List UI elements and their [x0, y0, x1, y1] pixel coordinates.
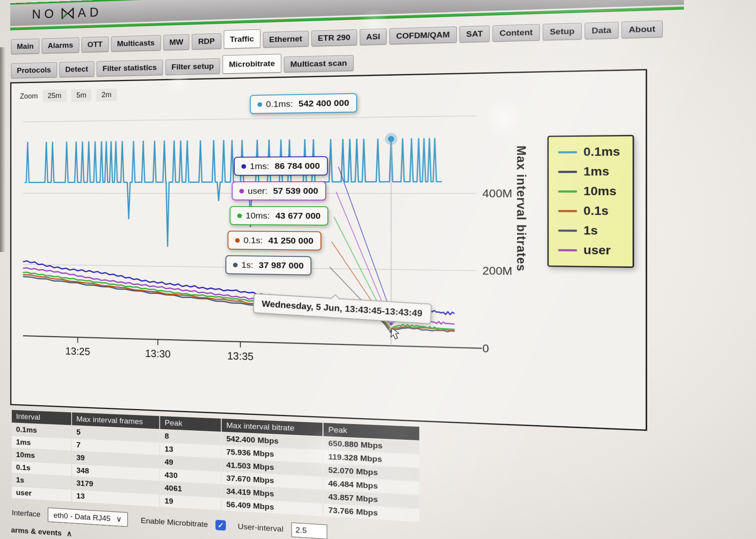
interval-stats-table: IntervalMax interval framesPeakMax inter… — [11, 409, 420, 523]
legend-label: 0.1ms — [584, 145, 620, 159]
tooltip-value: 86 784 000 — [275, 161, 320, 171]
tooltip-user: user:57 539 000 — [232, 181, 326, 200]
enable-microbitrate-label: Enable Microbitrate — [141, 516, 208, 529]
tab-mw[interactable]: MW — [163, 34, 190, 50]
logo-text-left: NO — [32, 7, 57, 22]
series-dot-icon — [237, 213, 242, 218]
tooltip-value: 542 400 000 — [298, 98, 349, 109]
legend-swatch-10ms — [558, 191, 577, 193]
legend-item-1s[interactable]: 1s — [558, 224, 620, 238]
tab-multicasts[interactable]: Multicasts — [111, 35, 161, 52]
tab-about[interactable]: About — [621, 20, 663, 38]
series-dot-icon — [258, 102, 262, 107]
table-cell: 1ms — [12, 436, 71, 450]
tab-main[interactable]: Main — [11, 39, 39, 54]
tab-data[interactable]: Data — [584, 22, 618, 39]
table-col-interval: Interval — [12, 410, 71, 425]
table-cell: 19 — [160, 495, 221, 510]
subtab-detect[interactable]: Detect — [59, 61, 94, 78]
legend-label: user — [584, 244, 611, 257]
interface-select[interactable]: eth0 - Data RJ45 ∨ — [48, 508, 128, 527]
x-tick-label: 13:35 — [227, 350, 254, 362]
interface-label: Interface — [12, 508, 41, 519]
tooltip-series-label: 10ms: — [246, 211, 270, 220]
tooltip-series-label: 1ms: — [250, 161, 269, 171]
table-cell: 0.1ms — [12, 423, 71, 438]
subtab-filter-setup[interactable]: Filter setup — [165, 58, 220, 75]
user-interval-input[interactable] — [291, 522, 327, 539]
legend-swatch-0-1s — [558, 210, 577, 212]
x-axis-line — [23, 336, 482, 348]
tab-rdp[interactable]: RDP — [192, 33, 221, 49]
y-tick-label: 200M — [482, 265, 512, 277]
zoom-button-2m[interactable]: 2m — [96, 89, 117, 102]
legend-label: 1ms — [584, 165, 610, 179]
chevron-down-icon: ∨ — [116, 514, 122, 524]
tooltip-series-label: user: — [248, 186, 267, 196]
table-cell: 10ms — [12, 448, 71, 463]
tooltip-value: 41 250 000 — [268, 235, 313, 246]
legend-item-1ms[interactable]: 1ms — [558, 165, 620, 179]
legend-label: 1s — [584, 224, 598, 238]
tooltip-value: 37 987 000 — [259, 260, 304, 271]
legend-swatch-user — [558, 249, 577, 252]
photo-of-screen: NO AD MainAlarmsOTTMulticastsMWRDPTraffi… — [0, 0, 756, 539]
series-dot-icon — [241, 164, 246, 169]
tab-etr-290[interactable]: ETR 290 — [311, 29, 357, 46]
legend-item-user[interactable]: user — [558, 243, 620, 257]
tab-sat[interactable]: SAT — [459, 26, 489, 43]
photo-edge-shadow — [0, 47, 6, 252]
tab-setup[interactable]: Setup — [543, 23, 582, 41]
zoom-label: Zoom — [20, 92, 38, 101]
tooltip-series-label: 0.1ms: — [266, 99, 293, 109]
tooltip-series-label: 1s: — [241, 260, 253, 270]
bowtie-logo-icon — [61, 7, 74, 19]
tab-asi[interactable]: ASI — [359, 28, 387, 45]
tab-alarms[interactable]: Alarms — [42, 37, 79, 54]
tooltip-value: 43 677 000 — [275, 211, 321, 221]
alarms-events-label: arms & events — [11, 526, 62, 537]
collapse-caret-icon[interactable]: ∧ — [67, 529, 72, 538]
y-tick-label: 400M — [482, 187, 512, 199]
logo-text-right: AD — [78, 5, 102, 20]
subtab-filter-statistics[interactable]: Filter statistics — [96, 60, 163, 77]
tooltip-0-1s: 0.1s:41 250 000 — [228, 231, 321, 250]
table-cell: user — [12, 486, 71, 502]
brand-logo: NO AD — [32, 5, 102, 22]
tab-ott[interactable]: OTT — [82, 37, 109, 53]
table-cell: 13 — [160, 443, 221, 458]
zoom-button-25m[interactable]: 25m — [43, 89, 67, 102]
series-dot-icon — [235, 238, 240, 243]
enable-microbitrate-checkbox[interactable]: ✓ — [215, 520, 226, 531]
tab-cofdm-qam[interactable]: COFDM/QAM — [389, 26, 456, 44]
series-dot-icon — [239, 189, 244, 193]
legend-item-0-1s[interactable]: 0.1s — [558, 204, 620, 218]
legend-item-10ms[interactable]: 10ms — [558, 185, 620, 198]
x-tick-label: 13:25 — [65, 346, 90, 357]
subtab-multicast-scan[interactable]: Multicast scan — [284, 55, 354, 72]
subtab-microbitrate[interactable]: Microbitrate — [222, 54, 281, 74]
y-axis-title: Max interval bitrates — [514, 145, 529, 272]
chart-zoom-controls: Zoom 25m5m2m — [20, 89, 117, 103]
x-tick-label: 13:30 — [145, 348, 170, 360]
table-col-peak: Peak — [160, 416, 221, 432]
legend-item-0-1ms[interactable]: 0.1ms — [558, 145, 620, 159]
y-tick-label: 0 — [482, 342, 489, 354]
tab-traffic[interactable]: Traffic — [224, 29, 260, 49]
interface-selected-value: eth0 - Data RJ45 — [54, 511, 111, 523]
checkmark-icon: ✓ — [218, 520, 224, 530]
gridline-top — [23, 116, 476, 122]
chart-legend: 0.1ms1ms10ms0.1s1suser — [548, 135, 634, 268]
tooltip-10ms: 10ms:43 677 000 — [230, 206, 328, 225]
zoom-button-5m[interactable]: 5m — [71, 89, 91, 102]
tab-ethernet[interactable]: Ethernet — [263, 31, 308, 48]
tab-content[interactable]: Content — [493, 24, 540, 42]
legend-swatch-0-1ms — [558, 151, 577, 154]
tooltip-0-1ms: 0.1ms:542 400 000 — [250, 93, 357, 114]
hover-point — [389, 322, 393, 326]
table-cell: 8 — [160, 430, 221, 445]
legend-swatch-1s — [558, 230, 577, 232]
tooltip-series-label: 0.1s: — [244, 235, 263, 246]
legend-swatch-1ms — [558, 171, 577, 173]
subtab-protocols[interactable]: Protocols — [11, 62, 57, 78]
